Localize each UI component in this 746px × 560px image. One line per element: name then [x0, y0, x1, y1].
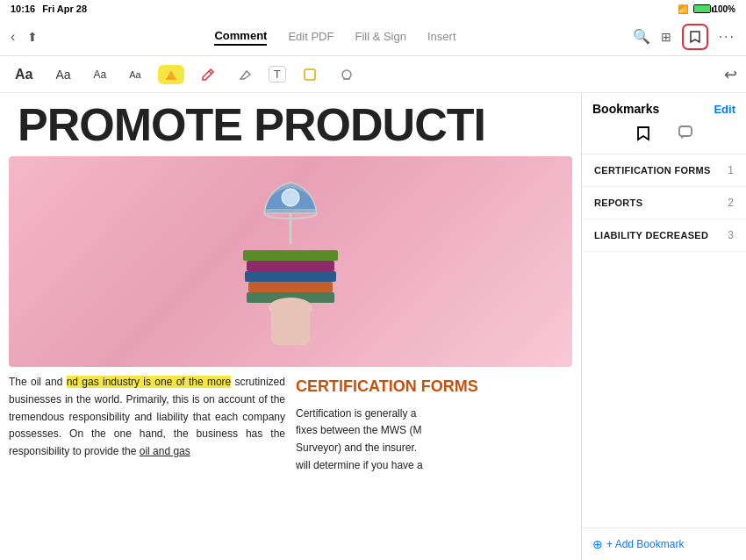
cocktail-illustration	[203, 161, 378, 363]
status-bar: 10:16 Fri Apr 28 📶 100%	[0, 0, 746, 18]
pen-tool[interactable]	[195, 65, 221, 84]
main-area: PROMOTE PRODUCTI	[0, 93, 746, 560]
svg-rect-5	[248, 282, 333, 292]
pdf-title: PROMOTE PRODUCTI	[0, 93, 581, 147]
svg-line-1	[209, 71, 212, 74]
svg-rect-0	[166, 78, 176, 80]
pdf-page: PROMOTE PRODUCTI	[0, 93, 581, 560]
eraser-tool[interactable]	[232, 65, 258, 84]
time: 10:16	[11, 4, 35, 14]
pdf-right-column: CERTIFICATION FORMS Certification is gen…	[296, 374, 572, 475]
toolbar-right: 🔍 ⊞ ···	[633, 24, 735, 50]
sidebar-title: Bookmarks	[592, 102, 659, 116]
bookmark-number-3: 3	[728, 229, 734, 241]
right-column-title: CERTIFICATION FORMS	[296, 374, 572, 400]
bookmark-label-3: LIABILITY DECREASED	[594, 230, 708, 241]
status-bar-right: 📶 100%	[678, 4, 735, 14]
share-button[interactable]: ⬆	[27, 30, 38, 44]
highlighted-text: nd gas industry is one of the more	[67, 376, 232, 388]
bookmark-list: CERTIFICATION FORMS 1 REPORTS 2 LIABILIT…	[582, 154, 746, 528]
sidebar-tab-comments[interactable]	[678, 125, 693, 147]
bookmarks-sidebar: Bookmarks Edit CERTIFICATION FORMS 1	[581, 93, 746, 560]
undo-button[interactable]: ↩	[724, 65, 737, 84]
svg-rect-14	[679, 126, 692, 136]
annotation-toolbar: Aa Aa Aa Aa T ↩	[0, 56, 746, 93]
date: Fri Apr 28	[42, 4, 87, 14]
toolbar-tabs: Comment Edit PDF Fill & Sign Insert	[214, 27, 455, 46]
text-tool[interactable]: T	[269, 66, 286, 83]
font-size-aa-1[interactable]: Aa	[9, 64, 39, 85]
add-bookmark-button[interactable]: ⊕ + Add Bookmark	[582, 528, 746, 560]
font-size-aa-4[interactable]: Aa	[123, 67, 147, 83]
back-button[interactable]: ‹	[11, 29, 15, 45]
wifi-icon: 📶	[678, 4, 688, 14]
bookmark-label-1: CERTIFICATION FORMS	[594, 165, 711, 176]
bookmark-number-1: 1	[728, 164, 734, 176]
add-bookmark-label: + Add Bookmark	[606, 538, 684, 550]
grid-icon[interactable]: ⊞	[661, 30, 671, 44]
stamp-tool[interactable]	[334, 65, 360, 84]
svg-rect-6	[245, 271, 336, 282]
toolbar-left: ‹ ⬆	[11, 29, 38, 45]
main-toolbar: ‹ ⬆ Comment Edit PDF Fill & Sign Insert …	[0, 18, 746, 56]
bookmark-panel-button[interactable]	[682, 24, 708, 50]
font-size-aa-2[interactable]: Aa	[49, 65, 76, 84]
pdf-main-image	[9, 156, 572, 367]
svg-rect-8	[243, 250, 338, 261]
sidebar-header: Bookmarks Edit	[582, 93, 746, 121]
bookmark-item-3[interactable]: LIABILITY DECREASED 3	[582, 219, 746, 252]
tab-comment[interactable]: Comment	[214, 27, 267, 46]
sidebar-edit-button[interactable]: Edit	[714, 103, 735, 116]
battery-level: 100%	[713, 4, 735, 14]
svg-rect-2	[305, 69, 315, 80]
tab-insert[interactable]: Insert	[427, 28, 456, 45]
search-icon[interactable]: 🔍	[633, 28, 650, 45]
add-bookmark-icon: ⊕	[592, 537, 603, 551]
sidebar-tabs	[582, 121, 746, 154]
bookmark-label-2: REPORTS	[594, 197, 642, 208]
sidebar-tab-bookmarks[interactable]	[635, 125, 651, 147]
bookmark-item-1[interactable]: CERTIFICATION FORMS 1	[582, 154, 746, 187]
status-bar-left: 10:16 Fri Apr 28	[11, 4, 87, 14]
tab-edit-pdf[interactable]: Edit PDF	[288, 28, 334, 45]
sticky-note-tool[interactable]	[297, 65, 323, 84]
tab-fill-sign[interactable]: Fill & Sign	[355, 28, 406, 45]
right-column-body: Certification is generally a fixes betwe…	[296, 406, 572, 475]
more-menu-button[interactable]: ···	[719, 29, 735, 45]
highlight-tool[interactable]	[158, 65, 184, 84]
svg-point-11	[282, 189, 299, 206]
bookmark-item-2[interactable]: REPORTS 2	[582, 187, 746, 219]
pdf-content: PROMOTE PRODUCTI	[0, 93, 581, 560]
svg-rect-7	[247, 261, 334, 271]
underlined-text: oil and gas	[140, 445, 190, 457]
svg-rect-13	[271, 301, 310, 345]
pdf-two-columns: The oil and nd gas industry is one of th…	[0, 374, 581, 475]
pdf-left-column: The oil and nd gas industry is one of th…	[9, 374, 285, 475]
bookmark-number-2: 2	[728, 197, 734, 209]
battery: 100%	[693, 4, 735, 14]
svg-point-3	[342, 70, 351, 79]
font-size-aa-3[interactable]: Aa	[88, 66, 113, 83]
